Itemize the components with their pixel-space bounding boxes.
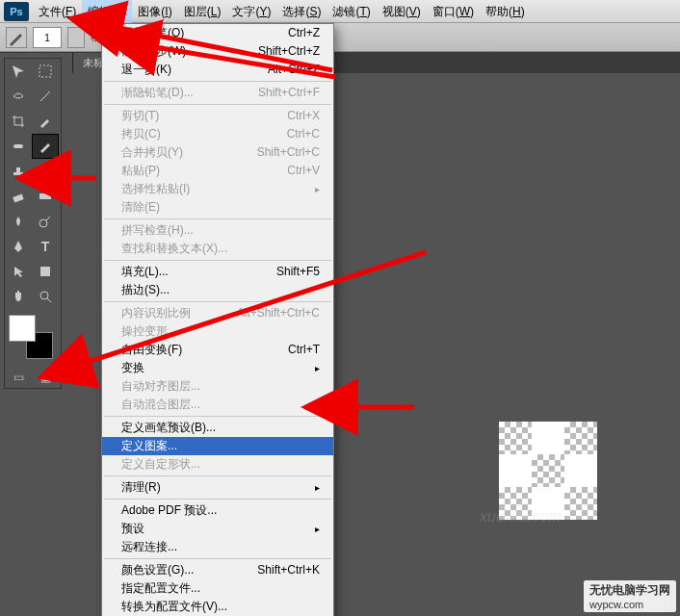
type-tool[interactable]: T bbox=[32, 234, 59, 259]
menu-item-3-1: 查找和替换文本(X)... bbox=[102, 240, 333, 258]
menu-select[interactable]: 选择(S) bbox=[276, 0, 327, 23]
crop-tool[interactable] bbox=[5, 109, 32, 134]
menu-view[interactable]: 视图(V) bbox=[377, 0, 427, 23]
menu-item-2-4: 选择性粘贴(I) bbox=[102, 180, 333, 198]
blur-tool[interactable] bbox=[5, 209, 32, 234]
menu-image[interactable]: 图像(I) bbox=[132, 0, 177, 23]
quickmask-toggle[interactable]: ▭ bbox=[5, 367, 32, 388]
menu-separator bbox=[104, 218, 331, 219]
menu-window[interactable]: 窗口(W) bbox=[427, 0, 480, 23]
menu-item-5-3[interactable]: 变换 bbox=[102, 359, 333, 377]
menu-item-3-0: 拼写检查(H)... bbox=[102, 221, 333, 240]
menu-edit[interactable]: 编辑(E) bbox=[82, 0, 132, 23]
menu-filter[interactable]: 滤镜(T) bbox=[327, 0, 376, 23]
history-brush-tool[interactable] bbox=[32, 159, 59, 184]
hand-tool[interactable] bbox=[5, 284, 32, 309]
eyedropper-tool[interactable] bbox=[32, 109, 59, 134]
brush-toggle-icon[interactable] bbox=[67, 27, 85, 48]
menu-item-4-0[interactable]: 填充(L)...Shift+F5 bbox=[102, 263, 333, 281]
menu-layer[interactable]: 图层(L) bbox=[178, 0, 227, 23]
menu-item-6-0[interactable]: 定义画笔预设(B)... bbox=[102, 419, 333, 437]
menu-item-4-1[interactable]: 描边(S)... bbox=[102, 281, 333, 299]
marquee-tool[interactable] bbox=[32, 59, 59, 84]
menu-item-5-0: 内容识别比例Alt+Shift+Ctrl+C bbox=[102, 304, 333, 322]
svg-rect-3 bbox=[39, 193, 51, 199]
menubar: Ps 文件(F) 编辑(E) 图像(I) 图层(L) 文字(Y) 选择(S) 滤… bbox=[0, 0, 680, 23]
ps-logo: Ps bbox=[4, 2, 29, 21]
menu-item-5-1: 操控变形 bbox=[102, 322, 333, 341]
menu-separator bbox=[104, 104, 331, 105]
menu-item-5-2[interactable]: 自由变换(F)Ctrl+T bbox=[102, 341, 333, 359]
menu-item-8-1[interactable]: 预设 bbox=[102, 520, 333, 538]
menu-item-6-1[interactable]: 定义图案... bbox=[102, 437, 333, 455]
path-select-tool[interactable] bbox=[5, 259, 32, 284]
wand-tool[interactable] bbox=[32, 84, 59, 109]
stamp-tool[interactable] bbox=[5, 159, 32, 184]
menu-item-0-2[interactable]: 退一步(K)Alt+Ctrl+Z bbox=[102, 61, 333, 79]
menu-item-9-0[interactable]: 颜色设置(G)...Shift+Ctrl+K bbox=[102, 561, 333, 579]
pen-tool[interactable] bbox=[5, 234, 32, 259]
screenmode-toggle[interactable]: ▣ bbox=[32, 367, 59, 388]
svg-point-6 bbox=[40, 292, 48, 299]
menu-item-5-5: 自动混合图层... bbox=[102, 396, 333, 414]
color-swatches[interactable] bbox=[7, 313, 59, 363]
menu-item-2-0: 剪切(T)Ctrl+X bbox=[102, 107, 333, 125]
shape-tool[interactable] bbox=[32, 259, 59, 284]
pattern-preview bbox=[499, 422, 597, 520]
menu-item-1-0: 渐隐铅笔(D)...Shift+Ctrl+F bbox=[102, 84, 333, 102]
svg-rect-1 bbox=[13, 144, 23, 148]
menu-file[interactable]: 文件(F) bbox=[33, 0, 82, 23]
menu-separator bbox=[104, 81, 331, 82]
menu-item-6-2: 定义自定形状... bbox=[102, 455, 333, 474]
page-watermark: 无忧电脑学习网wypcw.com bbox=[584, 580, 676, 612]
brush-preset[interactable]: 1 bbox=[33, 27, 62, 48]
toolbox: T ▭ ▣ bbox=[4, 58, 62, 389]
dodge-tool[interactable] bbox=[32, 209, 59, 234]
menu-item-0-0[interactable]: 还原铅笔(O)Ctrl+Z bbox=[102, 24, 333, 42]
svg-rect-0 bbox=[39, 65, 51, 77]
zoom-tool[interactable] bbox=[32, 284, 59, 309]
menu-help[interactable]: 帮助(H) bbox=[480, 0, 531, 23]
menu-item-2-1: 拷贝(C)Ctrl+C bbox=[102, 125, 333, 143]
menu-item-2-3: 粘贴(P)Ctrl+V bbox=[102, 162, 333, 180]
menu-separator bbox=[104, 475, 331, 476]
menu-separator bbox=[104, 260, 331, 261]
edit-menu-dropdown: 还原铅笔(O)Ctrl+Z前进一步(W)Shift+Ctrl+Z退一步(K)Al… bbox=[101, 23, 334, 616]
menu-item-9-1[interactable]: 指定配置文件... bbox=[102, 579, 333, 598]
menu-item-9-2[interactable]: 转换为配置文件(V)... bbox=[102, 598, 333, 616]
canvas-watermark: xuexila.com bbox=[480, 508, 561, 526]
eraser-tool[interactable] bbox=[5, 184, 32, 209]
svg-rect-2 bbox=[13, 193, 23, 202]
tool-preset-icon[interactable] bbox=[6, 27, 27, 48]
menu-item-2-2: 合并拷贝(Y)Shift+Ctrl+C bbox=[102, 143, 333, 162]
foreground-swatch[interactable] bbox=[9, 315, 36, 342]
menu-item-5-4: 自动对齐图层... bbox=[102, 377, 333, 396]
lasso-tool[interactable] bbox=[5, 84, 32, 109]
menu-item-7-0[interactable]: 清理(R) bbox=[102, 478, 333, 497]
svg-point-4 bbox=[39, 219, 47, 227]
svg-rect-5 bbox=[40, 267, 50, 276]
menu-separator bbox=[104, 558, 331, 559]
menu-separator bbox=[104, 301, 331, 302]
pencil-tool[interactable] bbox=[32, 134, 59, 159]
menu-separator bbox=[104, 499, 331, 500]
menu-separator bbox=[104, 416, 331, 417]
healing-tool[interactable] bbox=[5, 134, 32, 159]
menu-item-2-5: 清除(E) bbox=[102, 198, 333, 217]
menu-type[interactable]: 文字(Y) bbox=[226, 0, 276, 23]
menu-item-8-0[interactable]: Adobe PDF 预设... bbox=[102, 501, 333, 520]
gradient-tool[interactable] bbox=[32, 184, 59, 209]
move-tool[interactable] bbox=[5, 59, 32, 84]
menu-item-8-2[interactable]: 远程连接... bbox=[102, 538, 333, 556]
menu-item-0-1[interactable]: 前进一步(W)Shift+Ctrl+Z bbox=[102, 42, 333, 61]
